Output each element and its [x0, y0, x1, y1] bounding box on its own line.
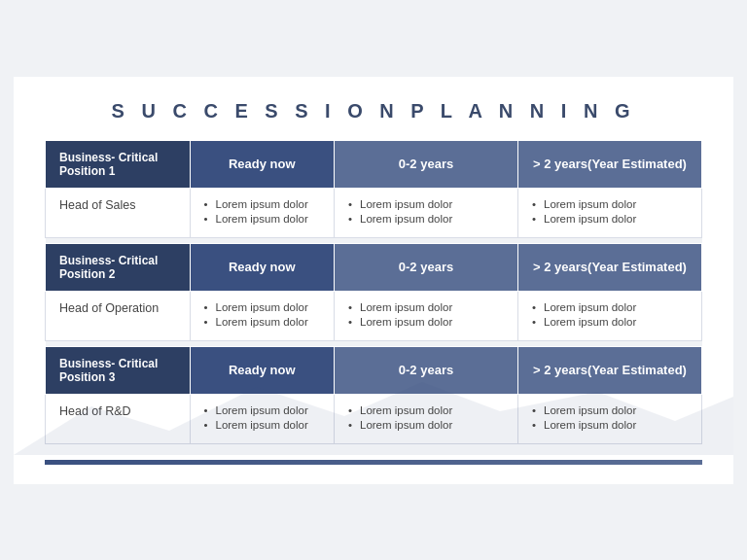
slide: S U C C E S S I O N P L A N N I N G Busi…: [14, 77, 733, 484]
ready-now-cell-3: Lorem ipsum dolorLorem ipsum dolor: [190, 394, 335, 443]
col-ready-now-header-1: Ready now: [190, 140, 335, 188]
list-item: Lorem ipsum dolor: [204, 404, 321, 416]
list-item: Lorem ipsum dolor: [348, 316, 504, 328]
zero-two-cell-3: Lorem ipsum dolorLorem ipsum dolor: [335, 394, 518, 443]
col-ready-now-header-3: Ready now: [190, 346, 335, 394]
data-row-1: Head of Sales Lorem ipsum dolorLorem ips…: [46, 188, 702, 237]
header-row-3: Business- Critical Position 3 Ready now …: [46, 346, 702, 394]
list-item: Lorem ipsum dolor: [532, 301, 688, 313]
position-label-2: Business- Critical Position 2: [46, 243, 191, 291]
header-row-1: Business- Critical Position 1 Ready now …: [46, 140, 702, 188]
list-item: Lorem ipsum dolor: [204, 213, 321, 225]
role-cell-1: Head of Sales: [46, 188, 191, 237]
bottom-bar: [45, 460, 702, 465]
col-2plus-header-2: > 2 years(Year Estimated): [518, 243, 702, 291]
zero-two-cell-2: Lorem ipsum dolorLorem ipsum dolor: [335, 291, 518, 340]
col-0-2-header-2: 0-2 years: [335, 243, 518, 291]
list-item: Lorem ipsum dolor: [204, 198, 321, 210]
col-ready-now-header-2: Ready now: [190, 243, 335, 291]
list-item: Lorem ipsum dolor: [532, 198, 688, 210]
list-item: Lorem ipsum dolor: [348, 301, 504, 313]
list-item: Lorem ipsum dolor: [532, 316, 688, 328]
col-0-2-header-3: 0-2 years: [335, 346, 518, 394]
ready-now-cell-2: Lorem ipsum dolorLorem ipsum dolor: [190, 291, 335, 340]
two-plus-cell-3: Lorem ipsum dolorLorem ipsum dolor: [518, 394, 702, 443]
col-2plus-header-1: > 2 years(Year Estimated): [518, 140, 702, 188]
list-item: Lorem ipsum dolor: [204, 316, 321, 328]
succession-table: Business- Critical Position 1 Ready now …: [45, 140, 702, 444]
role-cell-3: Head of R&D: [46, 394, 191, 443]
role-cell-2: Head of Operation: [46, 291, 191, 340]
position-label-1: Business- Critical Position 1: [46, 140, 191, 188]
two-plus-cell-1: Lorem ipsum dolorLorem ipsum dolor: [518, 188, 702, 237]
header-row-2: Business- Critical Position 2 Ready now …: [46, 243, 702, 291]
two-plus-cell-2: Lorem ipsum dolorLorem ipsum dolor: [518, 291, 702, 340]
list-item: Lorem ipsum dolor: [348, 404, 504, 416]
position-label-3: Business- Critical Position 3: [46, 346, 191, 394]
page-title: S U C C E S S I O N P L A N N I N G: [45, 100, 702, 122]
list-item: Lorem ipsum dolor: [348, 198, 504, 210]
list-item: Lorem ipsum dolor: [532, 404, 688, 416]
ready-now-cell-1: Lorem ipsum dolorLorem ipsum dolor: [190, 188, 335, 237]
col-0-2-header-1: 0-2 years: [335, 140, 518, 188]
zero-two-cell-1: Lorem ipsum dolorLorem ipsum dolor: [335, 188, 518, 237]
list-item: Lorem ipsum dolor: [348, 419, 504, 431]
list-item: Lorem ipsum dolor: [532, 419, 688, 431]
list-item: Lorem ipsum dolor: [348, 213, 504, 225]
list-item: Lorem ipsum dolor: [204, 419, 321, 431]
data-row-3: Head of R&D Lorem ipsum dolorLorem ipsum…: [46, 394, 702, 443]
list-item: Lorem ipsum dolor: [204, 301, 321, 313]
data-row-2: Head of Operation Lorem ipsum dolorLorem…: [46, 291, 702, 340]
col-2plus-header-3: > 2 years(Year Estimated): [518, 346, 702, 394]
list-item: Lorem ipsum dolor: [532, 213, 688, 225]
